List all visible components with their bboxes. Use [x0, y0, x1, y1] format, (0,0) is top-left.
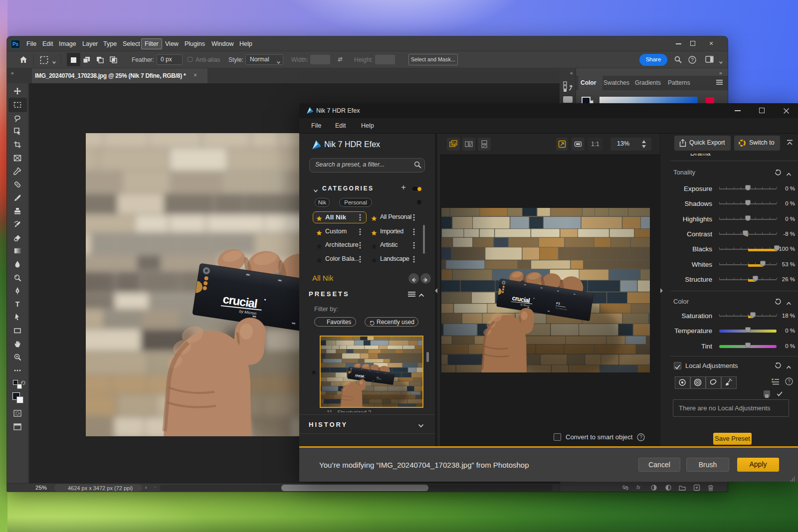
svg-text:?: ? — [639, 435, 642, 440]
svg-text:?: ? — [788, 379, 791, 384]
svg-text:fx: fx — [636, 485, 641, 490]
svg-text:P3: P3 — [556, 301, 561, 305]
svg-text:?: ? — [691, 57, 694, 63]
svg-text:T: T — [15, 300, 20, 308]
